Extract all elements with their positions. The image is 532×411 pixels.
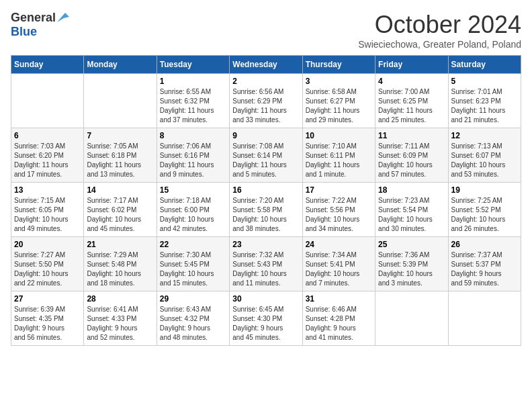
month-title: October 2024 — [358, 11, 521, 39]
day-number: 26 — [451, 240, 518, 249]
calendar-cell: 3Sunrise: 6:58 AM Sunset: 6:27 PM Daylig… — [302, 74, 375, 128]
calendar-week-row: 1Sunrise: 6:55 AM Sunset: 6:32 PM Daylig… — [11, 74, 521, 128]
day-info: Sunrise: 7:06 AM Sunset: 6:16 PM Dayligh… — [160, 142, 226, 179]
day-info: Sunrise: 6:56 AM Sunset: 6:29 PM Dayligh… — [232, 87, 299, 125]
day-info: Sunrise: 7:13 AM Sunset: 6:07 PM Dayligh… — [451, 142, 518, 179]
calendar-cell: 26Sunrise: 7:37 AM Sunset: 5:37 PM Dayli… — [448, 237, 521, 291]
day-info: Sunrise: 7:34 AM Sunset: 5:41 PM Dayligh… — [306, 250, 372, 288]
calendar-cell: 7Sunrise: 7:05 AM Sunset: 6:18 PM Daylig… — [84, 128, 157, 183]
weekday-header-friday: Friday — [375, 56, 448, 74]
calendar-week-row: 20Sunrise: 7:27 AM Sunset: 5:50 PM Dayli… — [11, 237, 521, 291]
day-info: Sunrise: 6:58 AM Sunset: 6:27 PM Dayligh… — [306, 87, 372, 125]
day-number: 30 — [232, 294, 299, 304]
day-number: 21 — [87, 240, 153, 249]
calendar-cell — [448, 291, 521, 346]
calendar-cell: 9Sunrise: 7:08 AM Sunset: 6:14 PM Daylig… — [230, 128, 302, 183]
day-number: 8 — [160, 131, 226, 140]
day-number: 11 — [378, 131, 445, 140]
logo-general-text: General — [11, 11, 56, 25]
day-number: 6 — [14, 131, 81, 140]
day-number: 27 — [14, 294, 81, 304]
day-number: 19 — [451, 185, 518, 195]
day-number: 1 — [160, 77, 226, 86]
title-block: October 2024 Swieciechowa, Greater Polan… — [358, 11, 521, 50]
weekday-header-tuesday: Tuesday — [157, 56, 229, 74]
calendar-cell — [375, 291, 448, 346]
calendar-cell — [84, 74, 157, 128]
weekday-header-row: SundayMondayTuesdayWednesdayThursdayFrid… — [11, 56, 521, 74]
calendar-cell: 4Sunrise: 7:00 AM Sunset: 6:25 PM Daylig… — [375, 74, 448, 128]
calendar-week-row: 13Sunrise: 7:15 AM Sunset: 6:05 PM Dayli… — [11, 183, 521, 237]
logo-bird-icon — [57, 13, 69, 24]
day-number: 2 — [232, 77, 299, 86]
day-info: Sunrise: 7:32 AM Sunset: 5:43 PM Dayligh… — [232, 250, 299, 288]
day-number: 28 — [87, 294, 153, 304]
location-subtitle: Swieciechowa, Greater Poland, Poland — [358, 39, 521, 50]
day-number: 25 — [378, 240, 445, 249]
calendar-cell: 14Sunrise: 7:17 AM Sunset: 6:02 PM Dayli… — [84, 183, 157, 237]
svg-marker-0 — [57, 13, 69, 22]
calendar-cell: 20Sunrise: 7:27 AM Sunset: 5:50 PM Dayli… — [11, 237, 84, 291]
calendar-cell: 27Sunrise: 6:39 AM Sunset: 4:35 PM Dayli… — [11, 291, 84, 346]
day-number: 5 — [451, 77, 518, 86]
day-number: 9 — [232, 131, 299, 140]
day-number: 12 — [451, 131, 518, 140]
day-info: Sunrise: 7:10 AM Sunset: 6:11 PM Dayligh… — [306, 142, 372, 179]
calendar-cell: 29Sunrise: 6:43 AM Sunset: 4:32 PM Dayli… — [157, 291, 229, 346]
day-number: 17 — [306, 185, 372, 195]
day-info: Sunrise: 7:36 AM Sunset: 5:39 PM Dayligh… — [378, 250, 445, 288]
day-info: Sunrise: 6:41 AM Sunset: 4:33 PM Dayligh… — [87, 305, 153, 342]
page-header: General Blue October 2024 Swieciechowa, … — [11, 11, 521, 50]
day-number: 23 — [232, 240, 299, 249]
day-number: 14 — [87, 185, 153, 195]
day-info: Sunrise: 6:45 AM Sunset: 4:30 PM Dayligh… — [232, 305, 299, 342]
day-info: Sunrise: 7:11 AM Sunset: 6:09 PM Dayligh… — [378, 142, 445, 179]
calendar-cell: 15Sunrise: 7:18 AM Sunset: 6:00 PM Dayli… — [157, 183, 229, 237]
day-info: Sunrise: 7:01 AM Sunset: 6:23 PM Dayligh… — [451, 87, 518, 125]
day-info: Sunrise: 7:17 AM Sunset: 6:02 PM Dayligh… — [87, 196, 153, 234]
day-info: Sunrise: 6:43 AM Sunset: 4:32 PM Dayligh… — [160, 305, 226, 342]
day-info: Sunrise: 7:37 AM Sunset: 5:37 PM Dayligh… — [451, 250, 518, 288]
day-info: Sunrise: 7:30 AM Sunset: 5:45 PM Dayligh… — [160, 250, 226, 288]
day-info: Sunrise: 6:39 AM Sunset: 4:35 PM Dayligh… — [14, 305, 81, 342]
day-info: Sunrise: 7:25 AM Sunset: 5:52 PM Dayligh… — [451, 196, 518, 234]
day-info: Sunrise: 6:46 AM Sunset: 4:28 PM Dayligh… — [306, 305, 372, 342]
day-info: Sunrise: 7:18 AM Sunset: 6:00 PM Dayligh… — [160, 196, 226, 234]
calendar-cell: 21Sunrise: 7:29 AM Sunset: 5:48 PM Dayli… — [84, 237, 157, 291]
calendar-cell: 10Sunrise: 7:10 AM Sunset: 6:11 PM Dayli… — [302, 128, 375, 183]
calendar-cell: 30Sunrise: 6:45 AM Sunset: 4:30 PM Dayli… — [230, 291, 302, 346]
calendar-cell: 17Sunrise: 7:22 AM Sunset: 5:56 PM Dayli… — [302, 183, 375, 237]
calendar-cell: 16Sunrise: 7:20 AM Sunset: 5:58 PM Dayli… — [230, 183, 302, 237]
day-info: Sunrise: 7:05 AM Sunset: 6:18 PM Dayligh… — [87, 142, 153, 179]
day-info: Sunrise: 6:55 AM Sunset: 6:32 PM Dayligh… — [160, 87, 226, 125]
day-info: Sunrise: 7:00 AM Sunset: 6:25 PM Dayligh… — [378, 87, 445, 125]
calendar-cell: 31Sunrise: 6:46 AM Sunset: 4:28 PM Dayli… — [302, 291, 375, 346]
day-number: 16 — [232, 185, 299, 195]
logo: General Blue — [11, 11, 69, 39]
calendar-cell: 1Sunrise: 6:55 AM Sunset: 6:32 PM Daylig… — [157, 74, 229, 128]
day-number: 31 — [306, 294, 372, 304]
weekday-header-thursday: Thursday — [302, 56, 375, 74]
day-info: Sunrise: 7:15 AM Sunset: 6:05 PM Dayligh… — [14, 196, 81, 234]
calendar-cell: 11Sunrise: 7:11 AM Sunset: 6:09 PM Dayli… — [375, 128, 448, 183]
day-number: 18 — [378, 185, 445, 195]
weekday-header-monday: Monday — [84, 56, 157, 74]
day-number: 15 — [160, 185, 226, 195]
calendar-cell: 13Sunrise: 7:15 AM Sunset: 6:05 PM Dayli… — [11, 183, 84, 237]
calendar-cell: 22Sunrise: 7:30 AM Sunset: 5:45 PM Dayli… — [157, 237, 229, 291]
calendar-cell: 28Sunrise: 6:41 AM Sunset: 4:33 PM Dayli… — [84, 291, 157, 346]
calendar-cell: 24Sunrise: 7:34 AM Sunset: 5:41 PM Dayli… — [302, 237, 375, 291]
calendar-cell: 8Sunrise: 7:06 AM Sunset: 6:16 PM Daylig… — [157, 128, 229, 183]
calendar-cell: 25Sunrise: 7:36 AM Sunset: 5:39 PM Dayli… — [375, 237, 448, 291]
day-number: 20 — [14, 240, 81, 249]
day-info: Sunrise: 7:03 AM Sunset: 6:20 PM Dayligh… — [14, 142, 81, 179]
calendar-cell: 12Sunrise: 7:13 AM Sunset: 6:07 PM Dayli… — [448, 128, 521, 183]
calendar-week-row: 27Sunrise: 6:39 AM Sunset: 4:35 PM Dayli… — [11, 291, 521, 346]
day-info: Sunrise: 7:20 AM Sunset: 5:58 PM Dayligh… — [232, 196, 299, 234]
day-info: Sunrise: 7:22 AM Sunset: 5:56 PM Dayligh… — [306, 196, 372, 234]
calendar-cell: 23Sunrise: 7:32 AM Sunset: 5:43 PM Dayli… — [230, 237, 302, 291]
day-info: Sunrise: 7:08 AM Sunset: 6:14 PM Dayligh… — [232, 142, 299, 179]
weekday-header-sunday: Sunday — [11, 56, 84, 74]
day-info: Sunrise: 7:29 AM Sunset: 5:48 PM Dayligh… — [87, 250, 153, 288]
calendar-cell: 19Sunrise: 7:25 AM Sunset: 5:52 PM Dayli… — [448, 183, 521, 237]
